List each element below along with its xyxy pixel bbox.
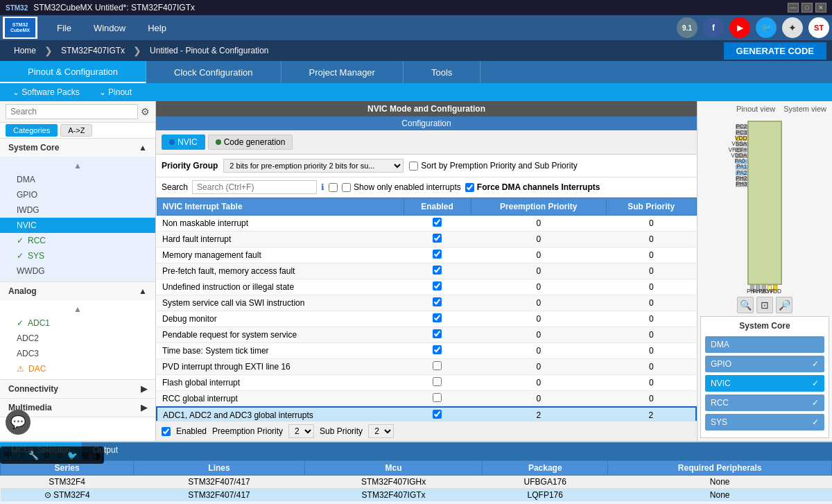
- sidebar-tab-az[interactable]: A->Z: [60, 124, 92, 137]
- emoji-moon[interactable]: ☽: [17, 451, 24, 460]
- breadcrumb-project[interactable]: Untitled - Pinout & Configuration: [141, 43, 277, 58]
- nvic-table-row[interactable]: Pendable request for system service00: [157, 327, 696, 343]
- enabled-checkbox[interactable]: [433, 250, 442, 259]
- config-tab-codegen[interactable]: Code generation: [208, 134, 293, 150]
- nvic-table-row[interactable]: Undefined instruction or illegal state00: [157, 279, 696, 295]
- sidebar-item-wwdg[interactable]: WWDG: [0, 263, 155, 279]
- force-dma-checkbox[interactable]: [465, 183, 474, 192]
- core-gpio-button[interactable]: GPIO ✓: [705, 356, 824, 372]
- minimize-button[interactable]: —: [788, 3, 799, 12]
- breadcrumb-device[interactable]: STM32F407IGTx: [53, 43, 133, 58]
- enabled-checkbox[interactable]: [433, 234, 442, 243]
- youtube-icon[interactable]: ▶: [729, 17, 750, 38]
- generate-code-button[interactable]: GENERATE CODE: [724, 42, 826, 60]
- mcu-table-row[interactable]: STM32F4STM32F407/417STM32F407IGHxUFBGA17…: [1, 476, 832, 489]
- sidebar-item-rcc[interactable]: ✓ RCC: [0, 233, 155, 248]
- tab-project-manager[interactable]: Project Manager: [281, 61, 404, 83]
- maximize-button[interactable]: □: [801, 3, 813, 12]
- menu-window[interactable]: Window: [83, 20, 137, 36]
- core-nvic-button[interactable]: NVIC ✓: [705, 375, 824, 392]
- config-tab-nvic[interactable]: NVIC: [162, 134, 205, 150]
- enabled-checkbox[interactable]: [433, 345, 442, 354]
- enabled-checkbox[interactable]: [433, 266, 442, 275]
- sidebar-item-dma[interactable]: DMA: [0, 172, 155, 187]
- nvic-table-row[interactable]: Flash global interrupt00: [157, 375, 696, 391]
- nvic-table-row[interactable]: Non maskable interrupt00: [157, 216, 696, 232]
- nvic-table-row[interactable]: Time base: System tick timer00: [157, 343, 696, 359]
- emoji-chinese[interactable]: 中: [4, 449, 12, 461]
- interrupt-enabled[interactable]: [404, 232, 471, 247]
- interrupt-enabled[interactable]: [404, 343, 471, 359]
- interrupt-enabled[interactable]: [404, 247, 471, 263]
- nvic-table-row[interactable]: Memory management fault00: [157, 247, 696, 263]
- nvic-search-input[interactable]: [192, 180, 317, 194]
- emoji-face[interactable]: ☺: [55, 451, 63, 460]
- sidebar-item-dac[interactable]: ⚠ DAC: [0, 361, 155, 376]
- enabled-checkbox[interactable]: [433, 313, 442, 322]
- nvic-table-row[interactable]: System service call via SWI instruction0…: [157, 295, 696, 311]
- subtab-pinout[interactable]: ⌄ Pinout: [92, 86, 139, 98]
- enabled-checkbox[interactable]: [433, 410, 442, 419]
- sidebar-item-sys[interactable]: ✓ SYS: [0, 248, 155, 263]
- search-options-checkbox[interactable]: [329, 183, 338, 192]
- core-sys-button[interactable]: SYS ✓: [705, 414, 824, 431]
- interrupt-enabled[interactable]: [404, 327, 471, 343]
- priority-group-select[interactable]: 2 bits for pre-emption priority 2 bits f…: [223, 159, 404, 173]
- zoom-out-button[interactable]: 🔎: [776, 297, 792, 313]
- nvic-table-row[interactable]: ADC1, ADC2 and ADC3 global interrupts22: [157, 407, 696, 421]
- sidebar-item-adc1[interactable]: ✓ ADC1: [0, 315, 155, 331]
- emoji-gear[interactable]: ⚙: [43, 451, 51, 460]
- sidebar-section-analog-header[interactable]: Analog ▲: [0, 282, 155, 300]
- chat-bubble-button[interactable]: 💬: [6, 410, 31, 435]
- emoji-half-circle[interactable]: ◑: [93, 451, 100, 460]
- subtab-software-packs[interactable]: ⌄ Software Packs: [6, 86, 87, 98]
- core-rcc-button[interactable]: RCC ✓: [705, 394, 824, 411]
- twitter-icon[interactable]: 🐦: [756, 17, 777, 38]
- sidebar-scroll-up[interactable]: ▲: [73, 161, 82, 171]
- footer-preemption-select[interactable]: 2: [288, 424, 314, 438]
- emoji-grid[interactable]: ⊞: [82, 451, 89, 460]
- sidebar-item-adc2[interactable]: ADC2: [0, 331, 155, 346]
- nvic-table-row[interactable]: Hard fault interrupt00: [157, 232, 696, 247]
- menu-file[interactable]: File: [46, 20, 83, 36]
- sort-checkbox[interactable]: [409, 162, 418, 171]
- menu-help[interactable]: Help: [137, 20, 177, 36]
- footer-sub-select[interactable]: 2: [368, 424, 394, 438]
- enabled-checkbox[interactable]: [433, 393, 442, 402]
- st-icon[interactable]: ST: [808, 17, 829, 38]
- interrupt-enabled[interactable]: [404, 391, 471, 408]
- footer-enabled-checkbox[interactable]: [162, 427, 171, 436]
- network-icon[interactable]: ✦: [782, 17, 803, 38]
- sidebar-search-input[interactable]: [6, 104, 138, 119]
- interrupt-enabled[interactable]: [404, 216, 471, 232]
- show-enabled-checkbox[interactable]: [342, 183, 351, 192]
- interrupt-enabled[interactable]: [404, 279, 471, 295]
- nvic-table-row[interactable]: RCC global interrupt00: [157, 391, 696, 408]
- system-view-toggle[interactable]: System view: [781, 104, 829, 114]
- fit-button[interactable]: ⊡: [756, 297, 773, 313]
- enabled-checkbox[interactable]: [433, 361, 442, 370]
- sidebar-section-connectivity-header[interactable]: Connectivity ▶: [0, 380, 155, 398]
- interrupt-enabled[interactable]: [404, 295, 471, 311]
- close-button[interactable]: ✕: [815, 3, 826, 12]
- tab-tools[interactable]: Tools: [404, 61, 480, 83]
- emoji-wrench[interactable]: 🔧: [28, 451, 39, 460]
- nvic-table-row[interactable]: PVD interrupt through EXTI line 1600: [157, 359, 696, 375]
- emoji-bird[interactable]: 🐦: [67, 451, 78, 460]
- tab-pinout-config[interactable]: Pinout & Configuration: [0, 61, 146, 83]
- enabled-checkbox[interactable]: [433, 281, 442, 290]
- sidebar-item-gpio[interactable]: GPIO: [0, 187, 155, 202]
- sidebar-section-system-core-header[interactable]: System Core ▲: [0, 139, 155, 157]
- interrupt-enabled[interactable]: [404, 359, 471, 375]
- search-info-icon[interactable]: ℹ: [321, 182, 324, 192]
- analog-scroll-up[interactable]: ▲: [73, 304, 82, 314]
- interrupt-enabled[interactable]: [404, 311, 471, 327]
- nvic-table-row[interactable]: Debug monitor00: [157, 311, 696, 327]
- interrupt-enabled[interactable]: [404, 375, 471, 391]
- enabled-checkbox[interactable]: [433, 218, 442, 227]
- interrupt-enabled[interactable]: [404, 407, 471, 421]
- enabled-checkbox[interactable]: [433, 297, 442, 306]
- zoom-in-button[interactable]: 🔍: [737, 297, 754, 313]
- sidebar-tab-categories[interactable]: Categories: [6, 124, 58, 137]
- pinout-view-toggle[interactable]: Pinout view: [734, 104, 778, 114]
